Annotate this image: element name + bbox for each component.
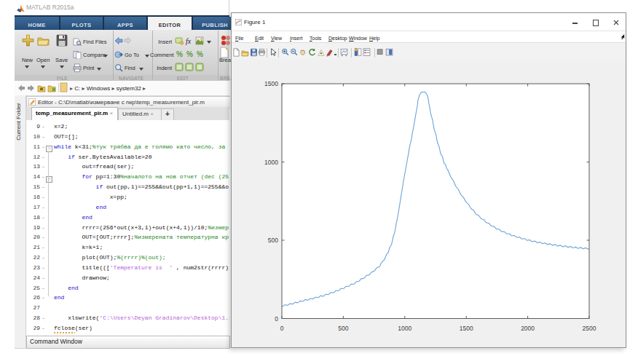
svg-text:1000: 1000 — [398, 325, 411, 332]
svg-text:0: 0 — [275, 315, 278, 323]
svg-text:fx: fx — [186, 37, 192, 45]
svg-text:%: % — [186, 50, 193, 58]
svg-text:%: % — [197, 50, 203, 58]
svg-text:2000: 2000 — [521, 325, 535, 332]
svg-text:%: % — [176, 50, 183, 58]
svg-text:500: 500 — [268, 237, 278, 244]
svg-text:2500: 2500 — [583, 325, 596, 332]
svg-text:1500: 1500 — [460, 325, 473, 332]
svg-text:1000: 1000 — [264, 159, 278, 166]
svg-text:1500: 1500 — [264, 80, 278, 87]
svg-text:0: 0 — [280, 325, 284, 332]
svg-text:500: 500 — [338, 325, 348, 332]
